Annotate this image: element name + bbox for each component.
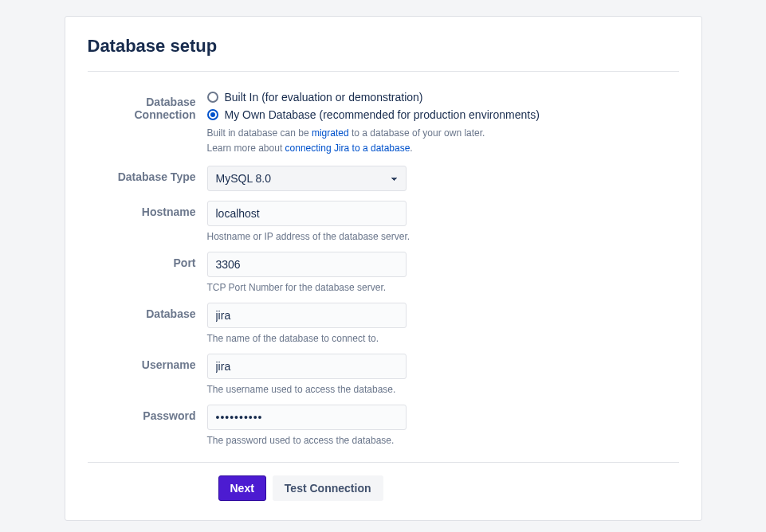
row-database-connection: Database Connection Built In (for evalua… [88, 91, 679, 156]
password-helper: The password used to access the database… [207, 435, 558, 446]
row-database-type: Database Type MySQL 8.0 [88, 166, 679, 191]
label-password: Password [88, 405, 207, 422]
label-port: Port [88, 252, 207, 269]
username-input[interactable] [207, 354, 407, 379]
password-input[interactable] [207, 405, 407, 430]
database-helper: The name of the database to connect to. [207, 333, 558, 344]
port-input[interactable] [207, 252, 407, 277]
label-database-connection: Database Connection [88, 91, 207, 121]
username-helper: The username used to access the database… [207, 384, 558, 395]
next-button[interactable]: Next [218, 475, 266, 501]
field-database-type: MySQL 8.0 [207, 166, 558, 191]
button-row: Next Test Connection [88, 462, 679, 501]
database-input[interactable] [207, 303, 407, 328]
divider [88, 71, 679, 72]
connection-helper-1: Built in database can be migrated to a d… [207, 126, 558, 141]
row-password: Password The password used to access the… [88, 405, 679, 446]
field-hostname: Hostname or IP address of the database s… [207, 201, 558, 242]
migrated-link[interactable]: migrated [312, 127, 349, 139]
page-title: Database setup [88, 36, 679, 57]
radio-builtin-label: Built In (for evaluation or demonstratio… [225, 91, 423, 104]
field-password: The password used to access the database… [207, 405, 558, 446]
row-username: Username The username used to access the… [88, 354, 679, 395]
label-username: Username [88, 354, 207, 371]
label-database-type: Database Type [88, 166, 207, 183]
database-type-select[interactable]: MySQL 8.0 [207, 166, 407, 191]
radio-own-label: My Own Database (recommended for product… [225, 108, 540, 121]
radio-own-icon[interactable] [207, 109, 218, 120]
field-database: The name of the database to connect to. [207, 303, 558, 344]
connecting-jira-link[interactable]: connecting Jira to a database [285, 143, 410, 154]
port-helper: TCP Port Number for the database server. [207, 282, 558, 293]
hostname-input[interactable] [207, 201, 407, 226]
radio-option-own[interactable]: My Own Database (recommended for product… [207, 108, 558, 121]
row-hostname: Hostname Hostname or IP address of the d… [88, 201, 679, 242]
connection-helper-2: Learn more about connecting Jira to a da… [207, 141, 558, 156]
label-database: Database [88, 303, 207, 320]
radio-option-builtin[interactable]: Built In (for evaluation or demonstratio… [207, 91, 558, 104]
radio-builtin-icon[interactable] [207, 92, 218, 103]
field-port: TCP Port Number for the database server. [207, 252, 558, 293]
field-username: The username used to access the database… [207, 354, 558, 395]
test-connection-button[interactable]: Test Connection [273, 475, 383, 501]
row-port: Port TCP Port Number for the database se… [88, 252, 679, 293]
hostname-helper: Hostname or IP address of the database s… [207, 231, 558, 242]
row-database: Database The name of the database to con… [88, 303, 679, 344]
field-database-connection: Built In (for evaluation or demonstratio… [207, 91, 558, 156]
setup-card: Database setup Database Connection Built… [65, 16, 702, 521]
label-hostname: Hostname [88, 201, 207, 218]
